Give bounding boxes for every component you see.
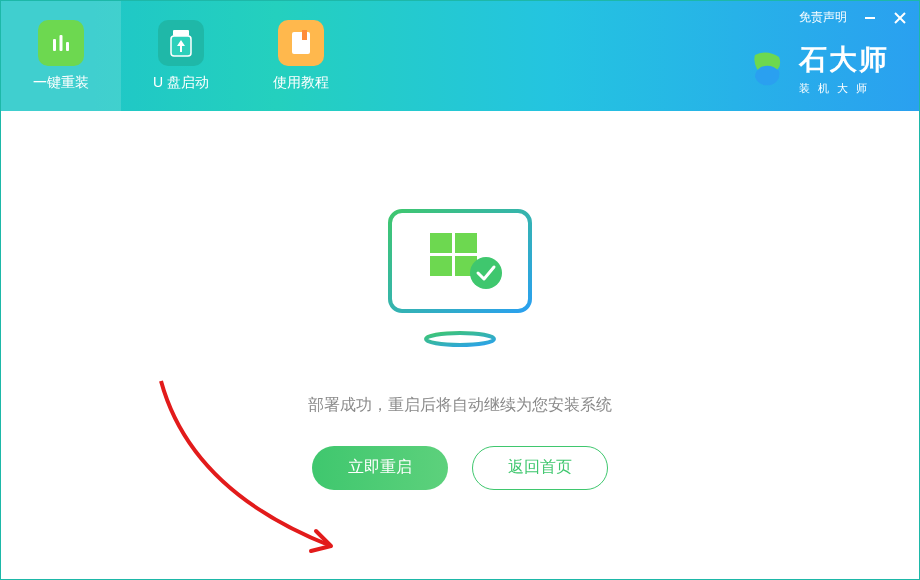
action-buttons: 立即重启 返回首页 — [312, 446, 608, 490]
reinstall-icon — [38, 20, 84, 66]
tab-label: 一键重装 — [33, 74, 89, 92]
tab-label: 使用教程 — [273, 74, 329, 92]
svg-rect-1 — [60, 35, 63, 51]
logo-icon — [745, 47, 789, 91]
brand-subtitle: 装机大师 — [799, 81, 875, 96]
tab-tutorial[interactable]: 使用教程 — [241, 1, 361, 111]
svg-point-12 — [426, 333, 494, 345]
svg-rect-5 — [292, 32, 310, 54]
svg-rect-15 — [430, 256, 452, 276]
brand-logo: 石大师 装机大师 — [745, 41, 889, 96]
tutorial-icon — [278, 20, 324, 66]
svg-point-17 — [470, 257, 502, 289]
disclaimer-link[interactable]: 免责声明 — [799, 9, 847, 26]
app-header: 一键重装 U 盘启动 — [1, 1, 919, 111]
restart-button[interactable]: 立即重启 — [312, 446, 448, 490]
tab-reinstall[interactable]: 一键重装 — [1, 1, 121, 111]
svg-rect-14 — [455, 233, 477, 253]
success-illustration — [370, 201, 550, 365]
svg-rect-6 — [302, 30, 307, 40]
tab-usb-boot[interactable]: U 盘启动 — [121, 1, 241, 111]
minimize-button[interactable] — [863, 11, 877, 25]
usb-icon — [158, 20, 204, 66]
svg-rect-13 — [430, 233, 452, 253]
tab-label: U 盘启动 — [153, 74, 209, 92]
svg-rect-0 — [53, 39, 56, 51]
svg-rect-2 — [66, 42, 69, 51]
brand-title: 石大师 — [799, 41, 889, 79]
close-button[interactable] — [893, 11, 907, 25]
header-tabs: 一键重装 U 盘启动 — [1, 1, 361, 111]
window-controls: 免责声明 — [799, 9, 907, 26]
main-content: 部署成功，重启后将自动继续为您安装系统 立即重启 返回首页 — [1, 111, 919, 579]
status-message: 部署成功，重启后将自动继续为您安装系统 — [308, 395, 612, 416]
home-button[interactable]: 返回首页 — [472, 446, 608, 490]
svg-rect-3 — [173, 30, 189, 36]
